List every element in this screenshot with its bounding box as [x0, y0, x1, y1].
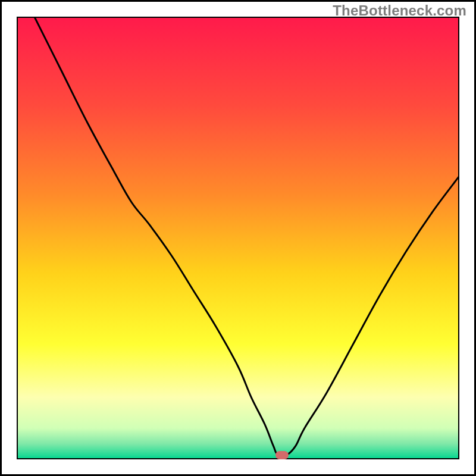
outer-frame: TheBottleneck.com [0, 0, 476, 476]
gradient-background [17, 17, 459, 459]
plot-svg [17, 17, 459, 459]
plot-area [17, 17, 459, 459]
optimal-point-marker [275, 451, 289, 459]
